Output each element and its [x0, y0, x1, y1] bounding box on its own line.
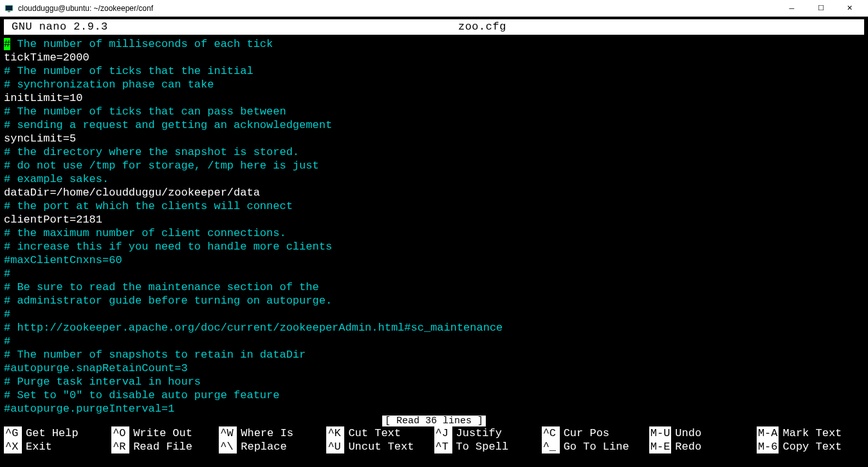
- minimize-button[interactable]: ─: [777, 0, 806, 17]
- editor-line: #: [4, 334, 864, 348]
- nano-shortcut[interactable]: ^UUncut Text: [326, 440, 434, 453]
- shortcut-label: Cur Pos: [564, 426, 609, 440]
- shortcut-label: Get Help: [26, 426, 78, 440]
- svg-rect-2: [8, 11, 10, 12]
- editor-line: dataDir=/home/cloudduggu/zookeeper/data: [4, 186, 864, 199]
- shortcut-key: M-U: [649, 426, 672, 440]
- shortcut-label: Cut Text: [348, 426, 401, 440]
- editor-line: # The number of ticks that the initial: [4, 64, 864, 78]
- shortcut-label: Redo: [675, 440, 701, 453]
- close-button[interactable]: ✕: [835, 0, 864, 17]
- shortcut-label: Write Out: [133, 426, 192, 440]
- shortcut-label: Undo: [675, 426, 701, 440]
- nano-shortcut[interactable]: M-ERedo: [649, 440, 757, 453]
- svg-rect-1: [6, 6, 12, 10]
- nano-shortcut-bar: ^GGet Help^OWrite Out^WWhere Is^KCut Tex…: [0, 426, 868, 455]
- editor-line: tickTime=2000: [4, 51, 864, 64]
- nano-shortcut[interactable]: M-6Copy Text: [757, 440, 864, 453]
- editor-line: #maxClientCnxns=60: [4, 253, 864, 267]
- nano-version: GNU nano 2.9.3: [12, 20, 108, 34]
- editor-line: # administrator guide before turning on …: [4, 294, 864, 307]
- shortcut-label: To Spell: [456, 440, 509, 453]
- editor-line: # sending a request and getting an ackno…: [4, 118, 864, 132]
- editor-line: # the maximum number of client connectio…: [4, 226, 864, 240]
- editor-line: # The number of milliseconds of each tic…: [4, 37, 864, 51]
- editor-line: # The number of snapshots to retain in d…: [4, 348, 864, 362]
- shortcut-key: M-A: [757, 426, 779, 440]
- shortcut-key: ^\: [219, 440, 237, 453]
- editor-line: #: [4, 307, 864, 321]
- editor-line: #autopurge.snapRetainCount=3: [4, 362, 864, 375]
- editor-line: #: [4, 267, 864, 280]
- shortcut-label: Go To Line: [564, 440, 629, 453]
- shortcut-key: M-6: [757, 440, 779, 453]
- shortcut-label: Copy Text: [782, 440, 842, 453]
- shortcut-key: ^R: [111, 440, 129, 453]
- nano-shortcut[interactable]: M-UUndo: [649, 426, 757, 440]
- window-titlebar: cloudduggu@ubuntu: ~/zookeeper/conf ─ ☐ …: [0, 0, 868, 17]
- shortcut-label: Mark Text: [782, 426, 842, 440]
- shortcut-key: ^G: [4, 426, 22, 440]
- editor-line: # Be sure to read the maintenance sectio…: [4, 280, 864, 294]
- shortcut-key: ^_: [542, 440, 560, 453]
- editor-area[interactable]: # The number of milliseconds of each tic…: [0, 35, 868, 416]
- editor-line: # the port at which the clients will con…: [4, 199, 864, 213]
- editor-line: # synchronization phase can take: [4, 78, 864, 91]
- cursor: #: [4, 38, 10, 50]
- editor-line: # increase this if you need to handle mo…: [4, 240, 864, 253]
- shortcut-key: ^J: [434, 426, 452, 440]
- editor-line: # Purge task interval in hours: [4, 375, 864, 389]
- nano-shortcut[interactable]: ^XExit: [4, 440, 111, 453]
- shortcut-key: ^C: [542, 426, 560, 440]
- shortcut-key: ^O: [111, 426, 129, 440]
- nano-filename: zoo.cfg: [108, 20, 856, 34]
- shortcut-label: Read File: [133, 440, 192, 453]
- nano-shortcut[interactable]: ^TTo Spell: [434, 440, 542, 453]
- shortcut-key: ^K: [326, 426, 344, 440]
- editor-line: syncLimit=5: [4, 132, 864, 145]
- nano-status-line: [ Read 36 lines ]: [0, 416, 868, 426]
- nano-shortcut[interactable]: M-AMark Text: [757, 426, 864, 440]
- window-title: cloudduggu@ubuntu: ~/zookeeper/conf: [18, 4, 777, 13]
- editor-line: # the directory where the snapshot is st…: [4, 145, 864, 159]
- nano-shortcut[interactable]: ^OWrite Out: [111, 426, 219, 440]
- window-controls: ─ ☐ ✕: [777, 0, 864, 17]
- nano-shortcut[interactable]: ^CCur Pos: [542, 426, 649, 440]
- editor-line: # http://zookeeper.apache.org/doc/curren…: [4, 321, 864, 334]
- editor-line: # do not use /tmp for storage, /tmp here…: [4, 159, 864, 172]
- nano-shortcut[interactable]: ^KCut Text: [326, 426, 434, 440]
- editor-line: clientPort=2181: [4, 213, 864, 226]
- shortcut-label: Uncut Text: [348, 440, 414, 453]
- editor-line: # example sakes.: [4, 172, 864, 186]
- nano-shortcut[interactable]: ^WWhere Is: [219, 426, 326, 440]
- maximize-button[interactable]: ☐: [806, 0, 835, 17]
- editor-line: #autopurge.purgeInterval=1: [4, 402, 864, 416]
- nano-shortcut[interactable]: ^\Replace: [219, 440, 326, 453]
- shortcut-label: Replace: [241, 440, 286, 453]
- editor-line: initLimit=10: [4, 91, 864, 105]
- nano-shortcut[interactable]: ^JJustify: [434, 426, 542, 440]
- nano-shortcut[interactable]: ^GGet Help: [4, 426, 111, 440]
- shortcut-label: Justify: [456, 426, 502, 440]
- shortcut-label: Where Is: [241, 426, 293, 440]
- shortcut-key: ^W: [219, 426, 237, 440]
- editor-line: # The number of ticks that can pass betw…: [4, 105, 864, 118]
- shortcut-key: ^U: [326, 440, 344, 453]
- shortcut-key: ^X: [4, 440, 22, 453]
- putty-icon: [4, 3, 14, 14]
- nano-shortcut[interactable]: ^_Go To Line: [542, 440, 649, 453]
- editor-line: # Set to "0" to disable auto purge featu…: [4, 389, 864, 402]
- nano-shortcut[interactable]: ^RRead File: [111, 440, 219, 453]
- nano-header: GNU nano 2.9.3 zoo.cfg: [4, 19, 864, 35]
- shortcut-label: Exit: [26, 440, 52, 453]
- nano-status-text: [ Read 36 lines ]: [382, 416, 486, 426]
- shortcut-key: M-E: [649, 440, 672, 453]
- shortcut-key: ^T: [434, 440, 452, 453]
